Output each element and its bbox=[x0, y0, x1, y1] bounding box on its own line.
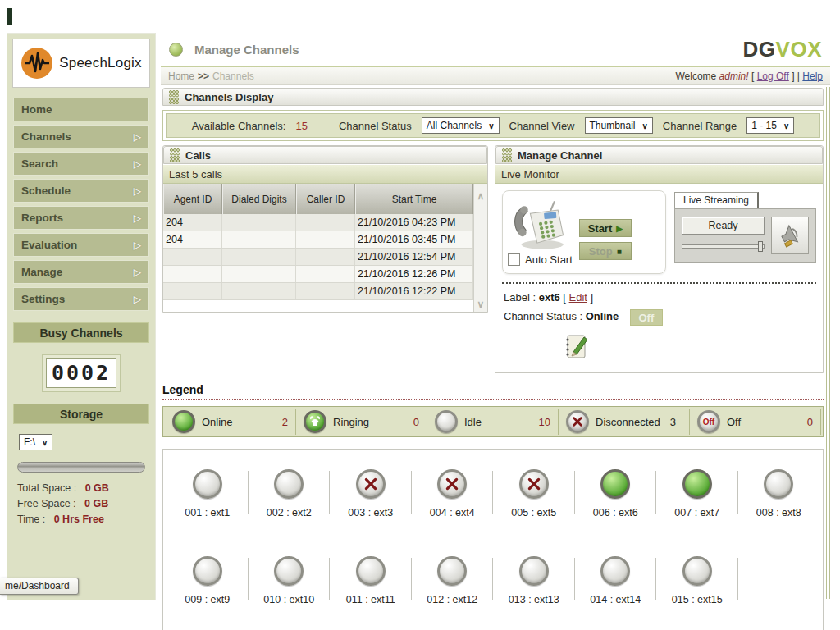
submenu-arrow-icon: ▷ bbox=[134, 131, 141, 143]
speaker-icon bbox=[777, 222, 803, 249]
call-row[interactable]: 204 21/10/2016 03:45 PM bbox=[163, 231, 473, 249]
brand-name: SpeechLogix bbox=[59, 55, 142, 71]
channel-cell[interactable]: Off 010 : ext10 bbox=[249, 556, 331, 619]
last-calls-subheader: Last 5 calls bbox=[163, 164, 487, 184]
calls-panel-header: Calls bbox=[163, 146, 487, 164]
channel-cell[interactable]: Off 005 : ext5 bbox=[493, 469, 575, 532]
edit-link[interactable]: Edit bbox=[569, 291, 587, 304]
channel-cell[interactable]: Off 014 : ext14 bbox=[575, 556, 657, 619]
sidebar-menu: Home Channels ▷ Search ▷ Schedule ▷ bbox=[13, 98, 149, 311]
channel-cell[interactable]: Off 008 : ext8 bbox=[738, 469, 820, 532]
col-start-time[interactable]: Start Time bbox=[355, 184, 473, 214]
col-dialed-digits[interactable]: Dialed Digits bbox=[222, 184, 296, 214]
channel-cell[interactable]: Off 011 : ext11 bbox=[330, 556, 412, 619]
channel-cell[interactable]: Off 007 : ext7 bbox=[656, 469, 738, 532]
channel-status-select[interactable]: All Channels ∨ bbox=[422, 117, 500, 134]
breadcrumb-home[interactable]: Home bbox=[168, 71, 194, 82]
channel-status-orb-icon[interactable]: Off bbox=[682, 556, 712, 586]
channel-cell[interactable]: Off 004 : ext4 bbox=[412, 469, 494, 532]
grid-dots-icon bbox=[169, 148, 180, 162]
channel-cell[interactable]: Off 001 : ext1 bbox=[167, 469, 249, 532]
call-row[interactable]: 21/10/2016 12:54 PM bbox=[163, 249, 473, 266]
channel-status-orb-icon[interactable]: Off bbox=[437, 556, 467, 586]
call-row[interactable]: 21/10/2016 12:26 PM bbox=[163, 266, 473, 283]
dotted-separator bbox=[502, 282, 816, 284]
col-agent-id[interactable]: Agent ID bbox=[163, 184, 222, 214]
live-monitor-subheader: Live Monitor bbox=[495, 164, 823, 184]
page-title: Manage Channels bbox=[194, 43, 743, 57]
stop-button[interactable]: Stop ■ bbox=[579, 242, 632, 260]
channel-cell[interactable]: Off 003 : ext3 bbox=[330, 469, 412, 532]
off-button[interactable]: Off bbox=[630, 309, 663, 326]
sidebar-menu-item[interactable]: Channels ▷ bbox=[13, 125, 149, 148]
channel-status-orb-icon[interactable]: Off bbox=[600, 556, 630, 586]
channel-status-orb-icon[interactable]: Off bbox=[519, 556, 549, 586]
drive-select[interactable]: F:\ ∨ bbox=[19, 434, 52, 450]
channel-label: 010 : ext10 bbox=[263, 594, 314, 605]
time-label: Time : bbox=[17, 514, 45, 525]
sidebar-menu-label: Schedule bbox=[21, 185, 71, 197]
channels-display-title: Channels Display bbox=[185, 91, 273, 103]
channel-status-orb-icon[interactable]: Off bbox=[193, 556, 222, 586]
channel-cell[interactable]: Off 002 : ext2 bbox=[249, 469, 331, 532]
play-icon: ▶ bbox=[616, 224, 623, 233]
channel-label: 009 : ext9 bbox=[185, 594, 230, 605]
sidebar-menu-item[interactable]: Schedule ▷ bbox=[13, 179, 149, 203]
col-caller-id[interactable]: Caller ID bbox=[296, 184, 355, 214]
channel-status-orb-icon[interactable]: Off bbox=[682, 469, 712, 499]
submenu-arrow-icon: ▷ bbox=[134, 158, 141, 170]
channel-status-orb-icon[interactable]: Off bbox=[356, 469, 386, 499]
submenu-arrow-icon: ▷ bbox=[134, 294, 141, 305]
channel-status-orb-icon[interactable]: Off bbox=[274, 469, 304, 499]
page-header: Manage Channels DGVOX bbox=[161, 33, 830, 67]
table-filler bbox=[163, 300, 473, 312]
legend-status-orb-icon: Off bbox=[172, 410, 195, 433]
channel-status-orb-icon[interactable]: Off bbox=[356, 556, 386, 586]
channel-status-orb-icon[interactable]: Off bbox=[519, 469, 549, 499]
channel-cell[interactable]: Off 009 : ext9 bbox=[167, 556, 249, 619]
sidebar-menu-item[interactable]: Reports ▷ bbox=[13, 206, 149, 230]
help-link[interactable]: Help bbox=[802, 71, 823, 82]
live-streaming-tab[interactable]: Live Streaming bbox=[674, 192, 759, 208]
channel-status-orb-icon[interactable]: Off bbox=[764, 469, 793, 499]
start-button[interactable]: Start ▶ bbox=[579, 219, 632, 237]
channel-label: 002 : ext2 bbox=[267, 507, 312, 518]
channel-range-select[interactable]: 1 - 15 ∨ bbox=[746, 117, 794, 134]
call-row[interactable]: 204 21/10/2016 04:23 PM bbox=[163, 214, 473, 231]
channel-view-label: Channel View bbox=[509, 120, 575, 132]
channel-cell[interactable]: Off 015 : ext15 bbox=[656, 556, 738, 619]
scroll-down-icon[interactable]: ∨ bbox=[474, 299, 487, 310]
sidebar-menu-item[interactable]: Settings ▷ bbox=[13, 287, 149, 311]
channel-view-select[interactable]: Thumbnail ∨ bbox=[585, 117, 653, 134]
slider-thumb[interactable] bbox=[758, 241, 763, 252]
scroll-up-icon[interactable]: ∧ bbox=[474, 190, 487, 202]
logoff-link[interactable]: Log Off bbox=[757, 71, 789, 82]
sidebar-menu-item[interactable]: Evaluation ▷ bbox=[13, 233, 149, 257]
channel-cell[interactable]: Off 006 : ext6 bbox=[575, 469, 657, 532]
sidebar-menu-item[interactable]: Search ▷ bbox=[13, 152, 149, 176]
speaker-button[interactable] bbox=[771, 217, 809, 254]
submenu-arrow-icon: ▷ bbox=[134, 212, 141, 224]
cell-dialed-digits bbox=[222, 283, 296, 299]
sidebar-menu-item[interactable]: Home bbox=[13, 98, 149, 121]
notes-edit-icon[interactable] bbox=[561, 331, 591, 361]
legend-item-count: 3 bbox=[670, 416, 676, 428]
telephone-icon bbox=[509, 199, 570, 252]
sidebar-menu-item[interactable]: Manage ▷ bbox=[13, 260, 149, 284]
channel-status-orb-icon[interactable]: Off bbox=[274, 556, 304, 586]
auto-start-checkbox[interactable] bbox=[508, 253, 520, 266]
sidebar-menu-label: Reports bbox=[21, 212, 63, 224]
channel-cell[interactable]: Off 013 : ext13 bbox=[493, 556, 575, 619]
sidebar-menu-label: Home bbox=[21, 103, 52, 116]
volume-slider[interactable] bbox=[682, 244, 765, 249]
calls-table: Agent ID Dialed Digits Caller ID Start T… bbox=[163, 184, 487, 312]
channels-display-header: Channels Display bbox=[162, 88, 824, 106]
calls-title: Calls bbox=[185, 149, 211, 162]
channel-status-orb-icon[interactable]: Off bbox=[193, 469, 222, 499]
channel-status-orb-icon[interactable]: Off bbox=[600, 469, 630, 499]
channel-status-orb-icon[interactable]: Off bbox=[437, 469, 467, 499]
channel-label: 005 : ext5 bbox=[511, 507, 556, 518]
calls-scrollbar[interactable]: ∧ ∨ bbox=[473, 184, 487, 312]
call-row[interactable]: 21/10/2016 12:22 PM bbox=[163, 283, 473, 300]
channel-cell[interactable]: Off 012 : ext12 bbox=[412, 556, 494, 619]
